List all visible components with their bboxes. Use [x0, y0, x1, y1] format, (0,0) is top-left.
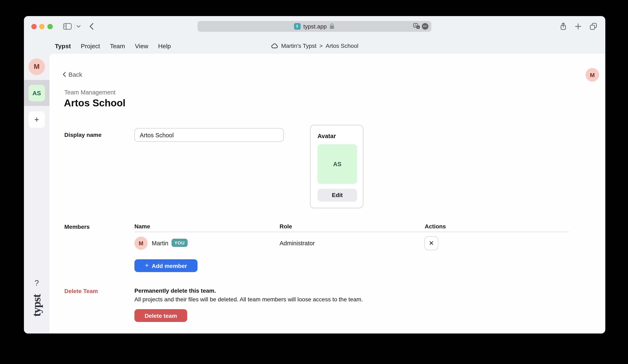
more-options-icon[interactable]: ••• [422, 23, 428, 29]
display-name-label: Display name [64, 132, 102, 138]
team-sidebar: M AS + ? typst [24, 54, 50, 334]
sidebar-add-team-button[interactable]: + [28, 111, 45, 128]
menu-typst[interactable]: Typst [55, 42, 71, 49]
team-management-page: M Back Team Management Artos School Disp… [50, 54, 605, 334]
menu-project[interactable]: Project [81, 42, 100, 49]
remove-member-button[interactable]: ✕ [424, 236, 438, 250]
browser-sidebar-toggle-icon[interactable] [63, 23, 72, 30]
window-zoom-button[interactable] [47, 24, 53, 29]
column-header-actions: Actions [425, 223, 446, 230]
member-avatar: M [134, 237, 148, 250]
breadcrumb-page[interactable]: Artos School [325, 42, 358, 49]
app-menubar: Typst Project Team View Help [55, 42, 171, 50]
address-bar[interactable]: t typst.app A x ••• [197, 21, 431, 32]
add-member-button[interactable]: + Add member [134, 259, 198, 272]
menu-view[interactable]: View [135, 42, 149, 49]
delete-team-button[interactable]: Delete team [134, 309, 187, 322]
menu-help[interactable]: Help [158, 42, 171, 49]
avatar-card: Avatar AS Edit [310, 125, 363, 208]
lock-icon [330, 23, 335, 29]
browser-window: t typst.app A x ••• [24, 16, 605, 334]
you-badge: YOU [171, 239, 188, 247]
breadcrumb: Martin's Typst > Artos School [271, 42, 358, 50]
typst-logo: typst [30, 294, 43, 317]
screen: t typst.app A x ••• [0, 0, 628, 364]
svg-text:x: x [417, 26, 419, 29]
window-minimize-button[interactable] [39, 24, 45, 29]
typst-logo-wrap: typst [24, 285, 50, 326]
page-title: Artos School [64, 97, 126, 109]
plus-icon: + [34, 115, 39, 124]
edit-avatar-button[interactable]: Edit [317, 189, 357, 201]
menu-team[interactable]: Team [110, 42, 125, 49]
translate-icon[interactable]: A x [413, 23, 420, 29]
delete-team-label: Delete Team [64, 288, 98, 294]
user-avatar[interactable]: M [586, 68, 599, 82]
delete-team-heading: Permanently delete this team. [134, 287, 216, 294]
svg-text:A: A [414, 24, 416, 27]
new-tab-icon[interactable] [574, 23, 582, 30]
chevron-down-icon[interactable] [76, 25, 81, 28]
breadcrumb-separator: > [319, 42, 323, 49]
column-header-name: Name [134, 223, 150, 230]
member-name: Martin [152, 240, 168, 246]
url-text: typst.app [303, 23, 327, 29]
table-header-divider [134, 232, 569, 232]
chevron-left-icon [63, 72, 66, 77]
tab-overview-icon[interactable] [590, 23, 597, 30]
delete-team-description: All projects and their files will be del… [134, 296, 363, 302]
plus-icon: + [145, 262, 149, 269]
share-icon[interactable] [559, 22, 567, 30]
display-name-input[interactable] [134, 128, 284, 142]
address-bar-content: t typst.app [294, 23, 335, 29]
window-close-button[interactable] [31, 24, 36, 29]
member-role: Administrator [280, 240, 315, 246]
cloud-icon [271, 43, 278, 48]
close-icon: ✕ [429, 239, 434, 247]
avatar-card-title: Avatar [317, 133, 336, 139]
toolbar-divider [74, 23, 75, 30]
sidebar-item-artos-school[interactable]: AS [28, 85, 45, 101]
team-avatar-preview: AS [317, 144, 357, 184]
breadcrumb-team[interactable]: Martin's Typst [281, 42, 316, 49]
members-label: Members [64, 223, 90, 230]
column-header-role: Role [280, 223, 292, 230]
section-label: Team Management [64, 89, 115, 96]
sidebar-item-personal-workspace[interactable]: M [28, 58, 45, 75]
browser-back-icon[interactable] [89, 23, 94, 30]
back-link[interactable]: Back [63, 71, 82, 78]
site-favicon: t [294, 23, 300, 29]
